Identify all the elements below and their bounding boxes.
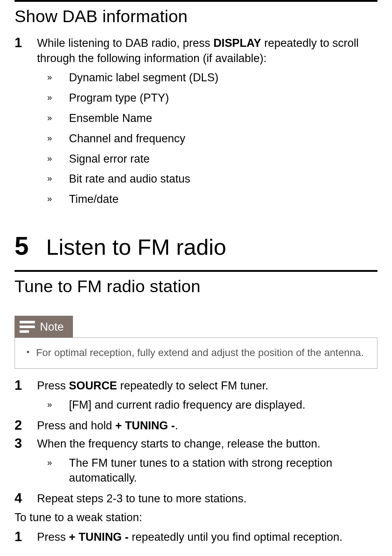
- note-tab: Note: [15, 316, 73, 338]
- step-number: 3: [15, 436, 26, 488]
- step-body: Press + TUNING - repeatedly until you fi…: [37, 530, 377, 545]
- text: and current radio frequency are displaye…: [91, 398, 305, 411]
- text: Program type (PTY): [69, 90, 169, 106]
- step-item: 1 Press SOURCE repeatedly to select FM t…: [15, 377, 377, 417]
- step-number: 2: [15, 418, 26, 433]
- step-body: Press SOURCE repeatedly to select FM tun…: [37, 378, 377, 415]
- text: [FM] and current radio frequency are dis…: [69, 397, 305, 413]
- text: .: [175, 419, 178, 432]
- text: Channel and frequency: [69, 131, 185, 146]
- weak-steps: 1 Press + TUNING - repeatedly until you …: [15, 528, 377, 546]
- text: repeatedly until you find optimal recept…: [128, 531, 342, 543]
- note-label: Note: [40, 319, 64, 335]
- step-number: 1: [15, 36, 26, 209]
- text-bold: + TUNING -: [115, 419, 175, 432]
- sub-list: [FM] and current radio frequency are dis…: [37, 395, 377, 415]
- info-item: Signal error rate: [47, 149, 377, 169]
- info-item: Time/date: [47, 189, 377, 209]
- step-text: Press + TUNING - repeatedly until you fi…: [37, 530, 377, 545]
- step-number: 1: [15, 530, 26, 545]
- step-item: 1 Press + TUNING - repeatedly until you …: [15, 528, 377, 546]
- step-number: 4: [15, 491, 26, 506]
- text: Dynamic label segment (DLS): [69, 70, 219, 85]
- fm-steps: 1 Press SOURCE repeatedly to select FM t…: [15, 377, 377, 508]
- section-heading-fm: Tune to FM radio station: [15, 272, 377, 302]
- note-item: For optimal reception, fully extend and …: [26, 346, 368, 360]
- text: repeatedly to select FM tuner.: [117, 379, 269, 392]
- text-bold: DISPLAY: [213, 37, 261, 49]
- step-body: While listening to DAB radio, press DISP…: [37, 36, 377, 209]
- text: Ensemble Name: [69, 111, 152, 126]
- step-text: Press and hold + TUNING -.: [37, 418, 377, 433]
- info-item: Dynamic label segment (DLS): [47, 68, 377, 88]
- text: To tune to a weak station:: [15, 511, 142, 524]
- text: Press and hold: [37, 419, 115, 432]
- text: The FM tuner tunes to a station with str…: [69, 455, 377, 486]
- info-item: Ensemble Name: [47, 108, 377, 128]
- step-body: Repeat steps 2-3 to tune to more station…: [37, 491, 377, 506]
- dab-steps: 1 While listening to DAB radio, press DI…: [15, 34, 377, 211]
- step-item: 2 Press and hold + TUNING -.: [15, 417, 377, 435]
- note-box: Note For optimal reception, fully extend…: [15, 312, 377, 369]
- step-item: 1 While listening to DAB radio, press DI…: [15, 34, 377, 211]
- info-item: Bit rate and audio status: [47, 169, 377, 189]
- step-text: Repeat steps 2-3 to tune to more station…: [37, 491, 377, 506]
- text: Signal error rate: [69, 151, 150, 167]
- step-text: While listening to DAB radio, press DISP…: [37, 36, 377, 66]
- text-bold: [FM]: [69, 398, 91, 411]
- step-text: Press SOURCE repeatedly to select FM tun…: [37, 378, 377, 393]
- sub-item: [FM] and current radio frequency are dis…: [47, 395, 377, 415]
- step-item: 3 When the frequency starts to change, r…: [15, 435, 377, 490]
- step-body: When the frequency starts to change, rel…: [37, 436, 377, 488]
- info-item: Channel and frequency: [47, 128, 377, 149]
- step-number: 1: [15, 378, 26, 415]
- text: Press: [37, 379, 69, 392]
- section-heading-dab: Show DAB information: [15, 2, 377, 32]
- note-body: For optimal reception, fully extend and …: [15, 338, 377, 369]
- step-body: Press and hold + TUNING -.: [37, 418, 377, 433]
- chapter-heading: 5 Listen to FM radio: [15, 211, 377, 270]
- chapter-number: 5: [15, 229, 29, 263]
- note-icon: [15, 316, 40, 338]
- text: While listening to DAB radio, press: [37, 37, 213, 49]
- text: Time/date: [69, 192, 119, 207]
- info-item: Program type (PTY): [47, 88, 377, 108]
- step-item: 4 Repeat steps 2-3 to tune to more stati…: [15, 490, 377, 508]
- dab-info-list: Dynamic label segment (DLS) Program type…: [37, 68, 377, 209]
- sub-item: The FM tuner tunes to a station with str…: [47, 453, 377, 488]
- chapter-title: Listen to FM radio: [46, 232, 226, 262]
- weak-station-heading: To tune to a weak station:: [15, 508, 377, 526]
- text-bold: + TUNING -: [69, 531, 128, 543]
- text-bold: SOURCE: [69, 379, 117, 392]
- text: For optimal reception, fully extend and …: [36, 346, 364, 360]
- step-text: When the frequency starts to change, rel…: [37, 436, 377, 451]
- text: Press: [37, 531, 69, 543]
- sub-list: The FM tuner tunes to a station with str…: [37, 453, 377, 488]
- text: Bit rate and audio status: [69, 171, 190, 187]
